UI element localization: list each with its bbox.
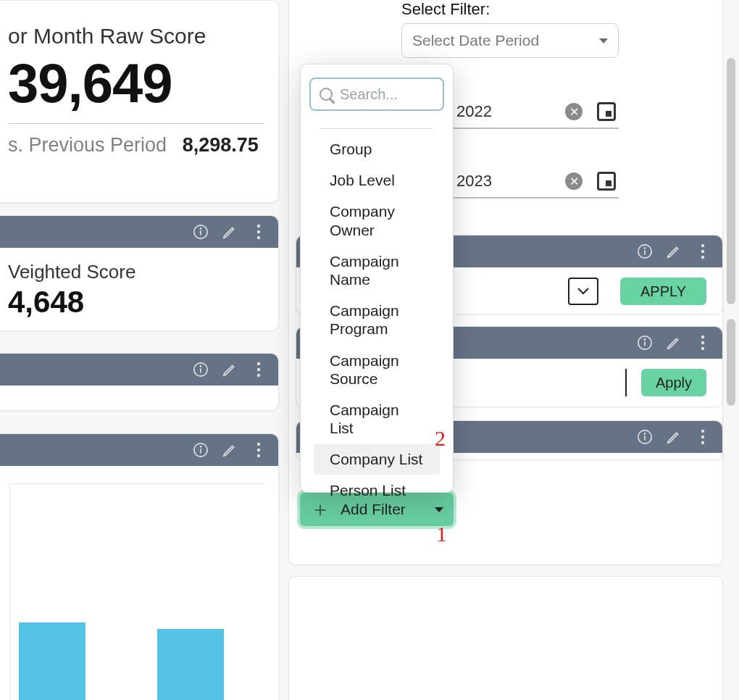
filter-option-company-list[interactable]: Company List [314,443,440,475]
kpi-subtitle: Veighted Score [8,261,264,283]
scroll-thumb[interactable] [727,319,735,406]
svg-point-35 [701,441,704,444]
kpi-title: or Month Raw Score [8,24,264,49]
input-fragment[interactable] [625,369,627,396]
select-placeholder: Select Date Period [412,32,539,49]
scroll-thumb[interactable] [727,58,735,304]
filter-search-input[interactable]: Search... [309,78,444,111]
filter-option-campaign-program[interactable]: Campaign Program [314,295,440,344]
start-date-value: 2022 [456,102,492,121]
calendar-icon[interactable] [597,102,616,121]
end-date-value: 2023 [456,172,492,191]
svg-point-23 [701,256,704,259]
annotation-2: 2 [435,426,446,451]
svg-point-17 [257,454,260,457]
edit-icon[interactable] [222,362,238,378]
filter-option-campaign-source[interactable]: Campaign Source [314,345,440,394]
card-collapsed [0,353,279,411]
more-icon[interactable] [695,243,711,259]
edit-icon[interactable] [666,335,682,351]
filter-option-campaign-list[interactable]: Campaign List [314,394,440,443]
info-icon[interactable] [637,429,653,445]
chart-area [0,466,278,700]
clear-icon[interactable]: ✕ [565,172,583,190]
search-icon [320,88,333,101]
right-chart-card [288,576,723,700]
svg-point-3 [257,225,260,228]
edit-icon[interactable] [666,429,682,445]
filter-option-company-owner[interactable]: Company Owner [314,196,440,245]
select-filter-block: Select Filter: Select Date Period [401,0,619,58]
value-select[interactable] [568,278,598,305]
svg-point-15 [257,443,260,446]
calendar-icon[interactable] [597,172,616,191]
more-icon[interactable] [695,429,711,445]
filter-option-group[interactable]: Group [314,133,440,164]
more-icon[interactable] [251,362,267,378]
chevron-down-icon [599,38,608,43]
date-period-select[interactable]: Select Date Period [401,23,619,58]
card-toolbar [0,216,278,248]
search-placeholder: Search... [340,86,398,103]
svg-point-2 [200,228,201,229]
svg-point-4 [257,230,260,233]
edit-icon[interactable] [222,442,238,458]
info-icon[interactable] [193,362,209,378]
svg-point-5 [257,236,260,239]
kpi-value: 39,649 [8,51,264,114]
svg-point-11 [257,374,260,377]
info-icon[interactable] [193,224,209,240]
gridline [9,483,264,484]
filter-option-job-level[interactable]: Job Level [314,164,440,196]
svg-point-29 [701,347,704,350]
kpi-mid-value: 4,648 [8,285,264,320]
card-toolbar [0,354,278,386]
more-icon[interactable] [695,335,711,351]
filter-option-campaign-name[interactable]: Campaign Name [314,246,440,295]
svg-point-14 [200,446,201,447]
chart-bar [157,629,224,700]
kpi-card-raw-score: or Month Raw Score 39,649 s. Previous Pe… [0,0,279,203]
svg-point-22 [701,250,704,253]
svg-point-20 [644,248,645,249]
edit-icon[interactable] [666,243,682,259]
svg-point-33 [701,430,704,433]
divider [321,128,433,129]
more-icon[interactable] [251,442,267,458]
card-toolbar [0,434,278,466]
filter-option-list: Group Job Level Company Owner Campaign N… [309,133,444,507]
svg-point-8 [200,366,201,367]
kpi-previous-value: 8,298.75 [183,134,259,156]
select-filter-label: Select Filter: [401,0,619,19]
divider [8,123,264,124]
gridline [9,483,10,700]
info-icon[interactable] [637,243,653,259]
scrollbar[interactable] [727,58,735,652]
kpi-card-weighted-score: Veighted Score 4,648 [0,215,279,331]
clear-icon[interactable]: ✕ [565,103,583,120]
svg-point-26 [644,339,645,340]
svg-point-28 [701,341,704,344]
svg-point-21 [701,244,704,247]
svg-point-16 [257,449,260,451]
filter-option-person-list[interactable]: Person List [314,475,440,506]
edit-icon[interactable] [222,224,238,240]
annotation-1: 1 [436,522,447,546]
kpi-previous: s. Previous Period 8,298.75 [8,134,264,157]
svg-point-9 [257,362,260,365]
svg-point-10 [257,368,260,371]
info-icon[interactable] [193,442,209,458]
chart-bar [19,622,85,700]
chevron-down-icon [435,507,443,512]
svg-point-32 [644,433,645,434]
info-icon[interactable] [637,335,653,351]
apply-button[interactable]: APPLY [620,278,706,305]
chart-card [0,433,279,700]
more-icon[interactable] [251,224,267,240]
svg-point-27 [701,336,704,338]
kpi-previous-label: s. Previous Period [8,134,167,156]
apply-button[interactable]: Apply [641,369,706,396]
svg-point-34 [701,436,704,438]
add-filter-popover: Search... Group Job Level Company Owner … [300,64,454,493]
